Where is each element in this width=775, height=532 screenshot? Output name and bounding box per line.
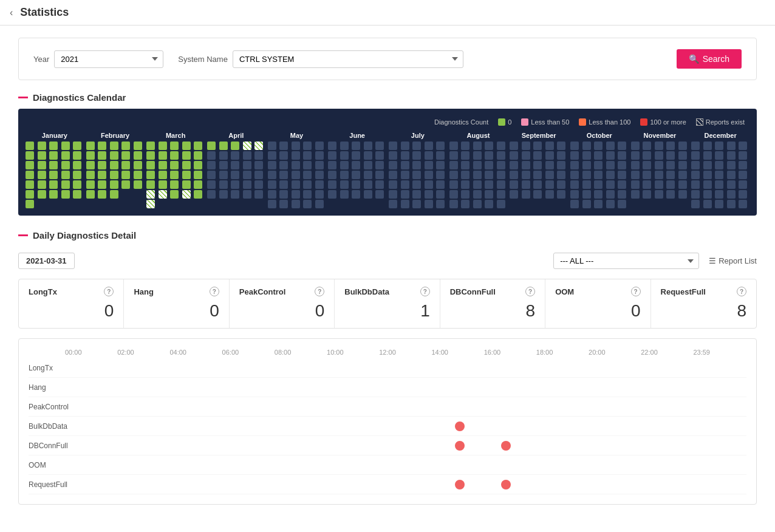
day-cell [352, 142, 360, 150]
hang-help[interactable]: ? [210, 287, 219, 296]
peakcontrol-help[interactable]: ? [315, 287, 324, 296]
day-cell [49, 151, 58, 160]
day-cell [545, 151, 554, 160]
day-cell [254, 180, 263, 189]
day-cell [510, 161, 518, 169]
search-button[interactable]: 🔍 Search [677, 49, 742, 69]
system-filter-group: System Name CTRL SYSTEM SYSTEM A SYSTEM … [178, 50, 463, 68]
day-cell [231, 190, 239, 199]
october-days [570, 142, 629, 208]
day-cell [510, 151, 518, 160]
day-cell [303, 161, 312, 169]
day-cell [739, 142, 747, 150]
chart-row-longtx: LongTx [29, 358, 746, 378]
day-cell [497, 200, 505, 208]
day-cell [678, 161, 687, 169]
day-cell [219, 171, 228, 179]
day-cell [631, 161, 640, 169]
day-cell [425, 180, 433, 189]
oom-help[interactable]: ? [631, 287, 641, 296]
daily-section: 2021-03-31 --- ALL --- ☰ Report List Lon… [18, 253, 757, 505]
day-cell [497, 161, 505, 169]
day-cell [412, 180, 421, 189]
day-cell [618, 161, 626, 169]
day-cell [666, 180, 675, 189]
day-cell [49, 161, 58, 169]
day-cell [26, 161, 34, 169]
day-cell [231, 142, 239, 150]
report-list-button[interactable]: ☰ Report List [709, 256, 757, 265]
day-cell [461, 171, 469, 179]
day-cell [268, 180, 276, 189]
legend-lt100: Less than 100 [579, 118, 630, 126]
may-days [268, 142, 326, 208]
day-cell [449, 200, 458, 208]
day-cell [49, 190, 58, 199]
longtx-help[interactable]: ? [104, 287, 114, 296]
year-filter-group: Year 2019 2020 2021 2022 [33, 50, 163, 68]
day-cell [739, 200, 747, 208]
day-cell [606, 171, 615, 179]
day-cell [545, 142, 554, 150]
all-filter-select[interactable]: --- ALL --- [553, 253, 699, 269]
day-cell [352, 180, 360, 189]
day-cell [618, 151, 626, 160]
system-select[interactable]: CTRL SYSTEM SYSTEM A SYSTEM B [233, 50, 463, 68]
day-cell [73, 161, 81, 169]
calendar-legend: Diagnostics Count 0 Less than 50 Less th… [26, 116, 749, 132]
day-cell [485, 151, 493, 160]
day-cell [182, 200, 191, 208]
day-cell [194, 151, 202, 160]
day-cell [159, 190, 167, 199]
day-cell [134, 142, 142, 150]
day-cell [703, 161, 712, 169]
day-cell [303, 190, 312, 199]
day-cell [533, 171, 542, 179]
dbconnfull-help[interactable]: ? [525, 287, 535, 296]
day-cell [461, 190, 469, 199]
day-cell [254, 190, 263, 199]
chart-row-requestfull: RequestFull [29, 475, 746, 494]
bulkdbdata-help[interactable]: ? [420, 287, 430, 296]
day-cell [522, 142, 530, 150]
day-cell [146, 180, 155, 189]
day-cell [38, 151, 46, 160]
day-cell [570, 151, 579, 160]
day-cell [121, 190, 130, 199]
day-cell [364, 142, 372, 150]
day-cell [557, 151, 565, 160]
day-cell [134, 190, 142, 199]
day-cell [557, 161, 565, 169]
day-cell [61, 171, 70, 179]
day-cell [473, 190, 482, 199]
day-cell [485, 200, 493, 208]
month-april: April [207, 132, 265, 208]
requestfull-help[interactable]: ? [737, 287, 746, 296]
day-cell [691, 142, 700, 150]
day-cell [268, 151, 276, 160]
day-cell [61, 200, 70, 208]
day-cell [570, 180, 579, 189]
day-cell [26, 180, 34, 189]
day-cell [473, 142, 482, 150]
day-cell [340, 190, 349, 199]
day-cell [715, 161, 723, 169]
day-cell [666, 142, 675, 150]
back-button[interactable]: ‹ [10, 7, 13, 18]
day-cell [703, 171, 712, 179]
day-cell [739, 180, 747, 189]
day-cell [727, 171, 736, 179]
day-cell [38, 171, 46, 179]
day-cell [545, 161, 554, 169]
day-cell [425, 142, 433, 150]
day-cell [497, 180, 505, 189]
day-cell [328, 180, 336, 189]
dbconnfull-dot-2 [501, 441, 511, 451]
day-cell [425, 190, 433, 199]
day-cell [533, 161, 542, 169]
day-cell [473, 161, 482, 169]
day-cell [182, 171, 191, 179]
month-november: November [631, 132, 689, 208]
year-select[interactable]: 2019 2020 2021 2022 [54, 50, 163, 68]
day-cell [243, 151, 251, 160]
